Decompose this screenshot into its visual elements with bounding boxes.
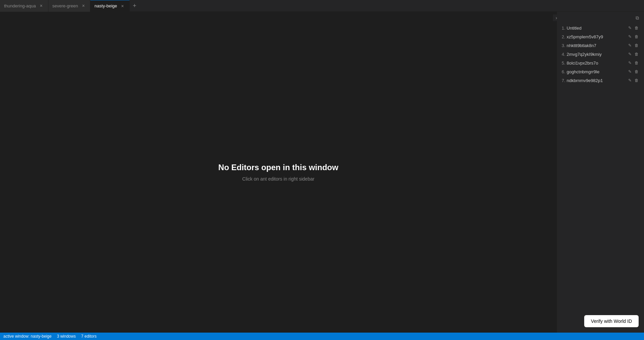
verify-with-world-id-button[interactable]: Verify with World ID (584, 315, 639, 327)
edit-icon-2[interactable]: ✎ (627, 34, 633, 39)
editor-item-index-2: 2. (562, 34, 565, 39)
editor-list: 1.Untitled ✎ 🗑 2.xz5pmplem5v87y9 ✎ 🗑 (557, 24, 644, 310)
status-active-window: active window: nasty-beige (3, 334, 51, 339)
tab-bar: thundering-aqua × severe-green × nasty-b… (0, 0, 644, 12)
no-editors-title: No Editors open in this window (218, 163, 338, 172)
tab-thundering-aqua[interactable]: thundering-aqua × (0, 0, 48, 12)
edit-icon-5[interactable]: ✎ (627, 60, 633, 66)
editor-list-item-5[interactable]: 5.8olci1vpx2brs7o ✎ 🗑 (560, 59, 641, 67)
editor-item-name-5: 5.8olci1vpx2brs7o (562, 61, 627, 66)
editor-item-name-3: 3.nhkttt9btlak8n7 (562, 43, 627, 48)
verify-area: Verify with World ID (557, 310, 644, 333)
editor-item-actions-2: ✎ 🗑 (627, 34, 639, 39)
edit-icon-1[interactable]: ✎ (627, 25, 633, 31)
trash-icon-6[interactable]: 🗑 (634, 69, 639, 74)
trash-icon-1[interactable]: 🗑 (634, 25, 639, 31)
editor-item-name-1: 1.Untitled (562, 26, 627, 31)
status-bar: active window: nasty-beige 3 windows 7 e… (0, 333, 644, 340)
edit-icon-7[interactable]: ✎ (627, 78, 633, 83)
editor-item-actions-5: ✎ 🗑 (627, 60, 639, 66)
editor-item-actions-1: ✎ 🗑 (627, 25, 639, 31)
editor-list-item-2[interactable]: 2.xz5pmplem5v87y9 ✎ 🗑 (560, 33, 641, 41)
trash-icon-2[interactable]: 🗑 (634, 34, 639, 39)
editor-list-item-4[interactable]: 4.2mvg7q2ykI9kmiy ✎ 🗑 (560, 50, 641, 58)
tab-add-button[interactable]: + (130, 0, 140, 12)
sidebar-top-icons: ⧉ (557, 12, 644, 24)
tab-close-thundering-aqua[interactable]: × (39, 3, 44, 8)
editor-item-name-2: 2.xz5pmplem5v87y9 (562, 34, 627, 39)
editor-item-index-6: 6. (562, 69, 565, 74)
editor-item-index-3: 3. (562, 43, 565, 48)
tab-label: nasty-beige (94, 3, 117, 8)
editor-item-name-4: 4.2mvg7q2ykI9kmiy (562, 52, 627, 57)
no-editors-subtitle: Click on ant editors in right sidebar (242, 176, 314, 182)
editor-item-actions-6: ✎ 🗑 (627, 69, 639, 74)
editor-list-item-3[interactable]: 3.nhkttt9btlak8n7 ✎ 🗑 (560, 41, 641, 49)
trash-icon-4[interactable]: 🗑 (634, 51, 639, 57)
tab-close-severe-green[interactable]: × (81, 3, 86, 8)
right-sidebar: › ⧉ 1.Untitled ✎ 🗑 2.xz5pmplem5v87y9 ✎ (557, 12, 644, 333)
editor-item-index-5: 5. (562, 61, 565, 66)
status-editors-count: 7 editors (81, 334, 96, 339)
tab-label: thundering-aqua (4, 3, 36, 8)
editor-list-item-7[interactable]: 7.ndkbrnmv9e982p1 ✎ 🗑 (560, 76, 641, 84)
editor-area: No Editors open in this window Click on … (0, 12, 557, 333)
edit-icon-3[interactable]: ✎ (627, 43, 633, 48)
tab-severe-green[interactable]: severe-green × (48, 0, 91, 12)
main-area: No Editors open in this window Click on … (0, 12, 644, 333)
editor-item-actions-4: ✎ 🗑 (627, 51, 639, 57)
trash-icon-3[interactable]: 🗑 (634, 43, 639, 48)
trash-icon-7[interactable]: 🗑 (634, 78, 639, 83)
trash-icon-5[interactable]: 🗑 (634, 60, 639, 66)
editor-item-actions-3: ✎ 🗑 (627, 43, 639, 48)
editor-item-name-6: 6.goghctnbmgrr9le (562, 69, 627, 74)
sidebar-toggle[interactable]: › (553, 14, 560, 21)
editor-item-index-7: 7. (562, 78, 565, 83)
tab-label: severe-green (52, 3, 78, 8)
editor-item-index-4: 4. (562, 52, 565, 57)
tab-nasty-beige[interactable]: nasty-beige × (90, 0, 129, 12)
edit-icon-4[interactable]: ✎ (627, 51, 633, 57)
copy-icon[interactable]: ⧉ (634, 14, 641, 21)
tab-close-nasty-beige[interactable]: × (120, 3, 125, 9)
status-windows-count: 3 windows (57, 334, 76, 339)
editor-list-item-1[interactable]: 1.Untitled ✎ 🗑 (560, 24, 641, 32)
editor-item-actions-7: ✎ 🗑 (627, 78, 639, 83)
editor-item-name-7: 7.ndkbrnmv9e982p1 (562, 78, 627, 83)
editor-list-item-6[interactable]: 6.goghctnbmgrr9le ✎ 🗑 (560, 68, 641, 76)
edit-icon-6[interactable]: ✎ (627, 69, 633, 74)
editor-item-index-1: 1. (562, 26, 565, 31)
